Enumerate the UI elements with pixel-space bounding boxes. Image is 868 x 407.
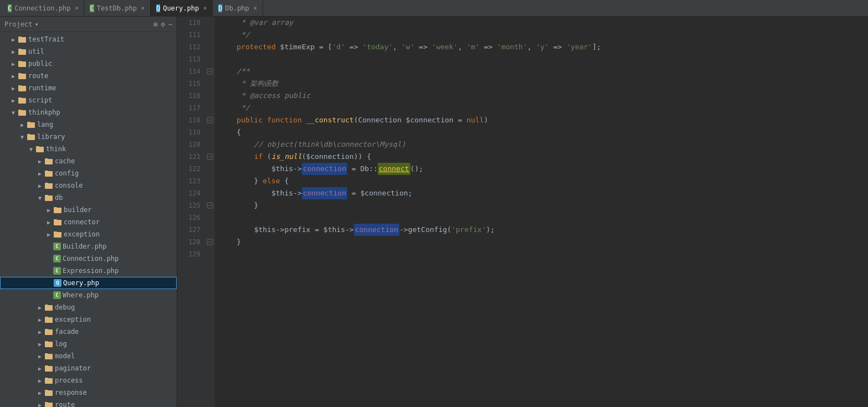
svg-rect-31 [54, 219, 57, 221]
code-token [219, 224, 254, 236]
sidebar-item-paginator[interactable]: ▶ paginator [0, 362, 177, 374]
arrow-icon: ▶ [9, 85, 18, 91]
label-thinkphp: thinkphp [28, 109, 60, 116]
sidebar-item-route[interactable]: ▶ route [0, 70, 177, 82]
sidebar-item-exception2[interactable]: ▶ exception [0, 313, 177, 326]
folder-icon [53, 230, 62, 239]
sidebar-item-builder[interactable]: ▶ builder [0, 204, 177, 216]
code-token: 'm' [466, 41, 479, 53]
sidebar-item-runtime[interactable]: ▶ runtime [0, 82, 177, 94]
arrow-icon: ▶ [35, 402, 44, 408]
fold-118[interactable] [205, 114, 215, 126]
arrow-spacer [44, 292, 53, 298]
minus-icon[interactable]: − [168, 20, 172, 28]
code-token: Db [360, 163, 369, 175]
sidebar-item-public[interactable]: ▶ public [0, 58, 177, 70]
sidebar-item-expressionphp[interactable]: C Expression.php [0, 265, 177, 277]
sidebar-item-think[interactable]: ▼ think [0, 143, 177, 155]
fold-128[interactable] [205, 236, 215, 248]
sidebar-item-connectionphp[interactable]: C Connection.php [0, 253, 177, 265]
fold-121[interactable] [205, 151, 215, 163]
sidebar-item-exception[interactable]: ▶ exception [0, 228, 177, 240]
svg-rect-43 [45, 353, 48, 355]
sidebar-item-model[interactable]: ▶ model [0, 350, 177, 362]
code-token: /** [219, 65, 250, 78]
tab-query-close[interactable]: × [203, 5, 207, 11]
sidebar-item-connector[interactable]: ▶ connector [0, 216, 177, 228]
sidebar-item-debug[interactable]: ▶ debug [0, 301, 177, 313]
svg-rect-15 [27, 122, 30, 123]
code-token: $this [271, 163, 293, 175]
sidebar-item-console[interactable]: ▶ console [0, 179, 177, 192]
layout-icon[interactable]: ⊞ [153, 20, 157, 28]
line-num-115: 115 [177, 78, 201, 90]
sidebar-item-library[interactable]: ▼ library [0, 131, 177, 143]
sidebar-item-cache[interactable]: ▶ cache [0, 155, 177, 167]
sidebar-item-lang[interactable]: ▶ lang [0, 119, 177, 131]
sidebar-item-facade[interactable]: ▶ facade [0, 326, 177, 338]
arrow-icon: ▶ [35, 305, 44, 311]
tab-query[interactable]: Q Query.php × [151, 0, 213, 17]
code-token: connection [302, 163, 347, 175]
sidebar-item-db[interactable]: ▼ db [0, 192, 177, 204]
fold-114[interactable] [205, 65, 215, 78]
sidebar-item-script[interactable]: ▶ script [0, 94, 177, 106]
sidebar-item-util[interactable]: ▶ util [0, 45, 177, 58]
fold-125[interactable] [205, 199, 215, 212]
tab-connection[interactable]: C Connection.php × [2, 0, 84, 17]
sidebar-item-response[interactable]: ▶ response [0, 387, 177, 399]
folder-icon [18, 71, 27, 80]
tab-connection-close[interactable]: × [75, 5, 78, 11]
code-token [219, 151, 254, 163]
code-line-129 [219, 248, 868, 260]
code-token: if [254, 151, 267, 163]
label-testtrait: testTrait [28, 35, 64, 43]
arrow-spacer [44, 256, 53, 262]
code-token: ; [408, 187, 413, 199]
sidebar-item-log[interactable]: ▶ log [0, 338, 177, 350]
tab-db[interactable]: D Db.php × [213, 0, 263, 17]
code-token: :: [369, 163, 378, 175]
code-token: * @var array [219, 17, 293, 29]
sidebar-item-thinkphp[interactable]: ▼ thinkphp [0, 106, 177, 119]
arrow-icon: ▶ [35, 329, 44, 335]
code-token: ) [484, 114, 488, 126]
code-token: ( [267, 151, 271, 163]
fold-115 [205, 78, 215, 90]
sidebar-item-wherephp[interactable]: C Where.php [0, 289, 177, 301]
label-util: util [28, 48, 44, 55]
code-content[interactable]: * @var array */ protected $timeExp = ['d… [215, 17, 868, 407]
tab-db-label: Db.php [225, 4, 249, 12]
code-token: 'month' [497, 41, 527, 53]
code-line-111: */ [219, 29, 868, 41]
tab-testdb[interactable]: C TestDb.php × [84, 0, 151, 17]
svg-rect-13 [18, 110, 22, 111]
code-token: null [466, 114, 484, 126]
arrow-icon: ▶ [35, 353, 44, 359]
code-token: is_null [271, 151, 302, 163]
tab-testdb-close[interactable]: × [141, 5, 145, 11]
code-token: function [267, 114, 306, 126]
arrow-icon: ▼ [35, 195, 44, 201]
svg-rect-27 [45, 195, 48, 197]
sidebar-item-config[interactable]: ▶ config [0, 167, 177, 179]
code-line-112: protected $timeExp = ['d' => 'today', 'w… [219, 41, 868, 53]
fold-112 [205, 41, 215, 53]
code-token: 'd' [332, 41, 345, 53]
settings-icon[interactable]: ⚙ [161, 20, 165, 28]
main-area: Project ▾ ⊞ ⚙ − ▶ testTrait ▶ [0, 17, 868, 407]
sidebar-item-route2[interactable]: ▶ route [0, 399, 177, 407]
code-token: ( [302, 151, 306, 163]
sidebar-item-process[interactable]: ▶ process [0, 374, 177, 387]
tab-db-close[interactable]: × [254, 5, 257, 11]
label-model: model [55, 352, 75, 360]
sidebar-item-builderphp[interactable]: C Builder.php [0, 240, 177, 253]
sidebar-item-queryphp[interactable]: Q Query.php [0, 277, 177, 289]
code-line-124: $this->connection = $connection; [219, 187, 868, 199]
sidebar-item-testtrait[interactable]: ▶ testTrait [0, 33, 177, 45]
code-token: 'w' [402, 41, 414, 53]
svg-rect-47 [45, 378, 48, 379]
code-editor: 110 111 112 113 114 115 116 117 118 119 … [177, 17, 868, 407]
code-line-128: } [219, 236, 868, 248]
label-process: process [55, 377, 83, 384]
